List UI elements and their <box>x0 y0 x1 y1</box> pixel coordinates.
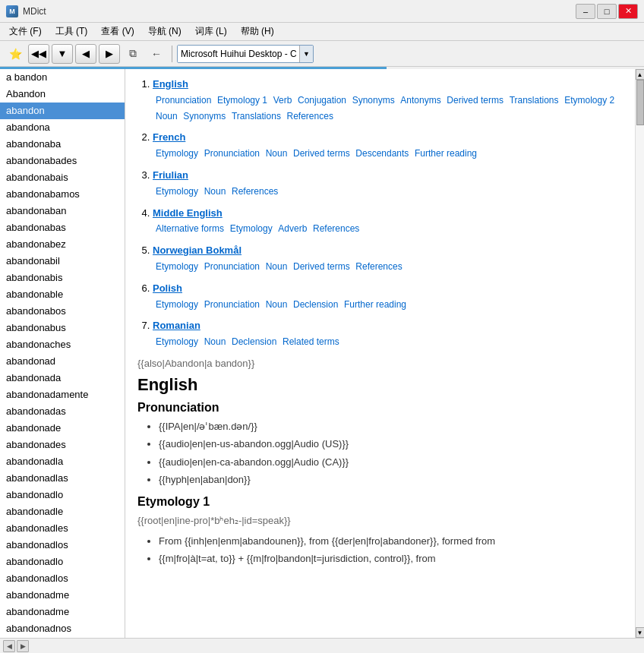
prev-prev-button[interactable]: ◀◀ <box>28 44 49 64</box>
search-combo[interactable]: ▼ <box>177 45 314 63</box>
list-item[interactable]: abandonabamos <box>0 186 125 203</box>
toc-link[interactable]: Derived terms <box>293 148 350 159</box>
list-item[interactable]: abandonabas <box>0 219 125 236</box>
search-input[interactable] <box>178 46 299 62</box>
toc-link[interactable]: Declension <box>232 336 276 347</box>
list-item[interactable]: abandonabades <box>0 153 125 169</box>
toc-link[interactable]: Etymology <box>156 336 198 347</box>
list-item[interactable]: abandonades <box>0 437 125 453</box>
content-scrollbar[interactable]: ▲ ▼ <box>635 69 644 638</box>
close-button[interactable]: ✕ <box>618 4 638 19</box>
toc-link[interactable]: Etymology 1 <box>217 95 267 106</box>
list-item[interactable]: abandonadles <box>0 520 125 537</box>
list-item[interactable]: abandonadlo <box>0 554 125 570</box>
toc-link[interactable]: Etymology <box>156 186 198 197</box>
list-item[interactable]: abandonadla <box>0 453 125 470</box>
menu-nav[interactable]: 导航 (N) <box>142 24 188 39</box>
toc-lang-romanian[interactable]: Romanian <box>153 320 200 331</box>
home-button[interactable]: ← <box>146 44 167 64</box>
toc-link[interactable]: References <box>355 261 402 272</box>
toc-link[interactable]: Pronunciation <box>156 95 211 106</box>
toc-link[interactable]: Etymology <box>156 261 198 272</box>
copy-button[interactable]: ⧉ <box>122 44 144 64</box>
toc-link[interactable]: References <box>287 111 333 121</box>
list-item[interactable]: abandonaban <box>0 203 125 219</box>
toc-lang-polish[interactable]: Polish <box>153 282 182 294</box>
list-item[interactable]: abandonabis <box>0 270 125 286</box>
back-button[interactable]: ◀ <box>75 44 96 64</box>
toc-lang-norwegian[interactable]: Norwegian Bokmål <box>153 244 242 256</box>
toc-lang-french[interactable]: French <box>153 131 185 143</box>
list-item[interactable]: abandonabais <box>0 169 125 186</box>
toc-link[interactable]: Noun <box>204 186 226 197</box>
toc-link[interactable]: Further reading <box>415 148 477 159</box>
list-item[interactable]: abandonadme <box>0 587 125 604</box>
toc-link[interactable]: Synonyms <box>183 111 226 121</box>
list-item[interactable]: abandonable <box>0 286 125 303</box>
scroll-up-arrow[interactable]: ▲ <box>636 69 645 80</box>
menu-dict[interactable]: 词库 (L) <box>189 24 233 39</box>
toc-link[interactable]: Etymology <box>156 148 198 159</box>
list-item[interactable]: abandonadas <box>0 403 125 420</box>
list-item[interactable]: abandonadnos <box>0 637 125 638</box>
list-item[interactable]: abandonadle <box>0 503 125 520</box>
forward-button[interactable]: ▶ <box>99 44 120 64</box>
toc-lang-middle-english[interactable]: Middle English <box>153 207 223 219</box>
list-item-selected[interactable]: abandon <box>0 103 125 119</box>
list-item[interactable]: abandonadlo <box>0 487 125 503</box>
toc-link[interactable]: Pronunciation <box>204 299 260 310</box>
toc-link[interactable]: Etymology 2 <box>564 95 614 106</box>
toc-link[interactable]: Adverb <box>278 223 307 234</box>
list-item[interactable]: abandonaba <box>0 136 125 153</box>
scrollbar-thumb[interactable] <box>636 80 644 125</box>
list-item[interactable]: abandonade <box>0 420 125 437</box>
toc-link[interactable]: Noun <box>156 111 178 121</box>
list-item[interactable]: abandonabos <box>0 303 125 320</box>
toc-link[interactable]: References <box>313 223 359 234</box>
toc-link[interactable]: Descendants <box>355 148 409 159</box>
minimize-button[interactable]: – <box>576 4 595 19</box>
toc-link[interactable]: Derived terms <box>447 95 504 106</box>
toc-lang-friulian[interactable]: Friulian <box>153 169 188 181</box>
next-button[interactable]: ▼ <box>52 44 73 64</box>
list-item[interactable]: abandonadlos <box>0 537 125 554</box>
toc-link[interactable]: References <box>232 186 278 197</box>
toc-link[interactable]: Declension <box>293 299 338 310</box>
toc-link[interactable]: Pronunciation <box>204 261 260 272</box>
toc-link[interactable]: Antonyms <box>400 95 440 106</box>
toc-link[interactable]: Noun <box>266 299 288 310</box>
toc-link[interactable]: Noun <box>266 261 288 272</box>
maximize-button[interactable]: □ <box>597 4 617 19</box>
toc-link[interactable]: Conjugation <box>298 95 346 106</box>
list-item[interactable]: abandonaches <box>0 336 125 353</box>
toc-link[interactable]: Verb <box>273 95 292 106</box>
menu-file[interactable]: 文件 (F) <box>3 24 48 39</box>
star-button[interactable]: ⭐ <box>5 44 26 64</box>
list-item[interactable]: abandonad <box>0 353 125 370</box>
status-scroll-left[interactable]: ◀ <box>3 640 15 652</box>
status-scroll-right[interactable]: ▶ <box>17 640 29 652</box>
list-item[interactable]: abandonada <box>0 370 125 386</box>
list-item[interactable]: abandonadlas <box>0 470 125 487</box>
list-item[interactable]: abandonabus <box>0 320 125 336</box>
toc-link[interactable]: Further reading <box>344 299 406 310</box>
toc-link[interactable]: Translations <box>510 95 559 106</box>
list-item[interactable]: abandonadnos <box>0 620 125 637</box>
menu-help[interactable]: 帮助 (H) <box>235 24 280 39</box>
toc-link[interactable]: Noun <box>204 336 226 347</box>
scroll-down-arrow[interactable]: ▼ <box>636 627 645 638</box>
list-item[interactable]: abandonadme <box>0 604 125 620</box>
list-item[interactable]: abandonadamente <box>0 386 125 403</box>
scrollbar-track[interactable] <box>636 80 645 627</box>
toc-link[interactable]: Synonyms <box>352 95 395 106</box>
menu-view[interactable]: 查看 (V) <box>95 24 140 39</box>
search-dropdown-arrow[interactable]: ▼ <box>299 46 313 62</box>
toc-link[interactable]: Related terms <box>283 336 339 347</box>
content-scroll[interactable]: English Pronunciation Etymology 1 Verb C… <box>125 69 635 638</box>
toc-link[interactable]: Derived terms <box>293 261 350 272</box>
list-item[interactable]: abandonabil <box>0 253 125 270</box>
list-item[interactable]: abandonadlos <box>0 570 125 587</box>
list-item[interactable]: abandona <box>0 119 125 136</box>
list-item[interactable]: abandonabez <box>0 236 125 253</box>
toc-link[interactable]: Etymology <box>156 299 198 310</box>
